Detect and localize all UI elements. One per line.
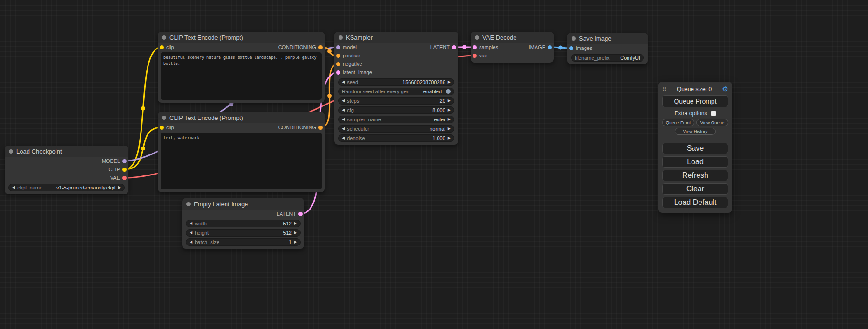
queue-size-label: Queue size: 0: [667, 86, 722, 92]
node-title-bar[interactable]: Save Image: [567, 33, 648, 44]
input-dot-positive[interactable]: [336, 54, 340, 58]
refresh-button[interactable]: Refresh: [662, 170, 728, 181]
decrement-icon[interactable]: [12, 186, 15, 189]
widget-filename-prefix[interactable]: filename_prefix ComfyUI: [571, 54, 644, 62]
node-title: Empty Latent Image: [194, 201, 248, 208]
decrement-icon[interactable]: [342, 80, 345, 84]
slot-label: positive: [343, 53, 360, 58]
widget-width[interactable]: width 512: [186, 220, 301, 227]
node-save-image[interactable]: Save Image images filename_prefix ComfyU…: [567, 33, 648, 64]
node-title-bar[interactable]: CLIP Text Encode (Prompt): [158, 32, 325, 43]
output-dot-conditioning[interactable]: [318, 45, 323, 49]
widget-steps[interactable]: steps 20: [338, 97, 454, 105]
widget-batch-size[interactable]: batch_size 1: [186, 238, 301, 246]
collapse-dot-icon[interactable]: [162, 35, 166, 40]
node-title-bar[interactable]: Load Checkpoint: [5, 146, 128, 157]
node-title-bar[interactable]: CLIP Text Encode (Prompt): [158, 112, 325, 123]
collapse-dot-icon[interactable]: [162, 116, 166, 120]
queue-panel: Queue size: 0 Queue Prompt Extra options…: [658, 82, 732, 213]
slot-label: vae: [479, 53, 487, 58]
load-default-button[interactable]: Load Default: [662, 197, 728, 208]
output-dot-image[interactable]: [548, 45, 552, 49]
collapse-dot-icon[interactable]: [572, 36, 576, 41]
input-dot-model[interactable]: [336, 45, 340, 49]
input-dot-clip[interactable]: [160, 45, 164, 49]
input-dot-negative[interactable]: [336, 62, 340, 66]
decrement-icon[interactable]: [190, 222, 192, 225]
slot-label: CLIP: [109, 167, 120, 172]
queue-front-button[interactable]: Queue Front: [662, 119, 694, 126]
slot-label: CONDITIONING: [278, 44, 316, 50]
decrement-icon[interactable]: [342, 118, 345, 121]
toggle-dot-icon[interactable]: [446, 89, 451, 94]
node-vae-decode[interactable]: VAE Decode samples IMAGE vae: [471, 32, 554, 63]
node-clip-text-encode-positive[interactable]: CLIP Text Encode (Prompt) clip CONDITION…: [158, 32, 325, 103]
input-dot-images[interactable]: [569, 46, 573, 50]
node-load-checkpoint[interactable]: Load Checkpoint MODEL CLIP VAE ckpt_name…: [5, 146, 128, 194]
output-dot-latent[interactable]: [298, 212, 303, 216]
input-dot-latent-image[interactable]: [336, 70, 340, 75]
queue-prompt-button[interactable]: Queue Prompt: [662, 95, 728, 107]
increment-icon[interactable]: [448, 127, 451, 131]
increment-icon[interactable]: [448, 136, 451, 140]
increment-icon[interactable]: [448, 99, 451, 103]
view-history-button[interactable]: View History: [675, 128, 716, 135]
settings-gear-icon[interactable]: [722, 85, 728, 93]
extra-options-row: Extra options: [662, 110, 728, 117]
node-title-bar[interactable]: VAE Decode: [471, 32, 554, 43]
increment-icon[interactable]: [448, 118, 451, 121]
slot-label: clip: [166, 44, 174, 50]
widget-sampler-name[interactable]: sampler_name euler: [338, 116, 454, 123]
collapse-dot-icon[interactable]: [9, 149, 13, 154]
increment-icon[interactable]: [294, 222, 297, 225]
widget-cfg[interactable]: cfg 8.000: [338, 106, 454, 114]
save-button[interactable]: Save: [662, 143, 728, 154]
input-slot-samples: samples: [473, 44, 498, 50]
view-queue-button[interactable]: View Queue: [696, 119, 728, 126]
load-button[interactable]: Load: [662, 156, 728, 168]
queue-panel-header: Queue size: 0: [662, 85, 728, 93]
node-title: Save Image: [579, 35, 611, 42]
widget-scheduler[interactable]: scheduler normal: [338, 125, 454, 133]
widget-ckpt-name[interactable]: ckpt_name v1-5-pruned-emaonly.ckpt: [8, 184, 125, 191]
prompt-textarea[interactable]: beautiful scenery nature glass bottle la…: [161, 52, 322, 100]
node-ksampler[interactable]: KSampler model LATENT positive negative: [334, 32, 458, 145]
extra-options-checkbox[interactable]: [711, 111, 716, 116]
increment-icon[interactable]: [118, 186, 121, 189]
increment-icon[interactable]: [294, 240, 297, 244]
increment-icon[interactable]: [448, 80, 451, 84]
input-slot-positive: positive: [336, 53, 360, 58]
collapse-dot-icon[interactable]: [186, 202, 191, 206]
node-title-bar[interactable]: KSampler: [334, 32, 458, 43]
node-title-bar[interactable]: Empty Latent Image: [182, 198, 304, 210]
prompt-textarea[interactable]: text, watermark: [161, 133, 322, 189]
output-dot-conditioning[interactable]: [318, 126, 323, 130]
widget-random-seed-toggle[interactable]: Random seed after every gen enabled: [338, 88, 454, 95]
collapse-dot-icon[interactable]: [475, 35, 479, 40]
drag-handle-icon[interactable]: [662, 85, 667, 93]
output-dot-clip[interactable]: [122, 168, 127, 172]
decrement-icon[interactable]: [342, 108, 345, 112]
input-dot-clip[interactable]: [160, 126, 164, 130]
output-dot-latent[interactable]: [452, 45, 456, 49]
decrement-icon[interactable]: [190, 231, 192, 235]
decrement-icon[interactable]: [342, 136, 345, 140]
node-empty-latent-image[interactable]: Empty Latent Image LATENT width 512 heig…: [182, 198, 304, 249]
decrement-icon[interactable]: [342, 99, 345, 103]
node-clip-text-encode-negative[interactable]: CLIP Text Encode (Prompt) clip CONDITION…: [158, 112, 325, 192]
decrement-icon[interactable]: [190, 240, 192, 244]
collapse-dot-icon[interactable]: [339, 35, 343, 40]
input-dot-samples[interactable]: [473, 45, 477, 49]
output-dot-vae[interactable]: [122, 176, 127, 180]
widget-height[interactable]: height 512: [186, 229, 301, 237]
decrement-icon[interactable]: [342, 127, 345, 131]
graph-canvas[interactable]: { "colors": { "model": "#b39ddb", "clip"…: [0, 0, 868, 329]
input-dot-vae[interactable]: [473, 54, 477, 58]
widget-label: sampler_name: [347, 117, 381, 122]
increment-icon[interactable]: [294, 231, 297, 235]
clear-button[interactable]: Clear: [662, 183, 728, 195]
output-dot-model[interactable]: [122, 159, 127, 163]
increment-icon[interactable]: [448, 108, 451, 112]
widget-denoise[interactable]: denoise 1.000: [338, 134, 454, 142]
widget-seed[interactable]: seed 156680208700286: [338, 78, 454, 86]
